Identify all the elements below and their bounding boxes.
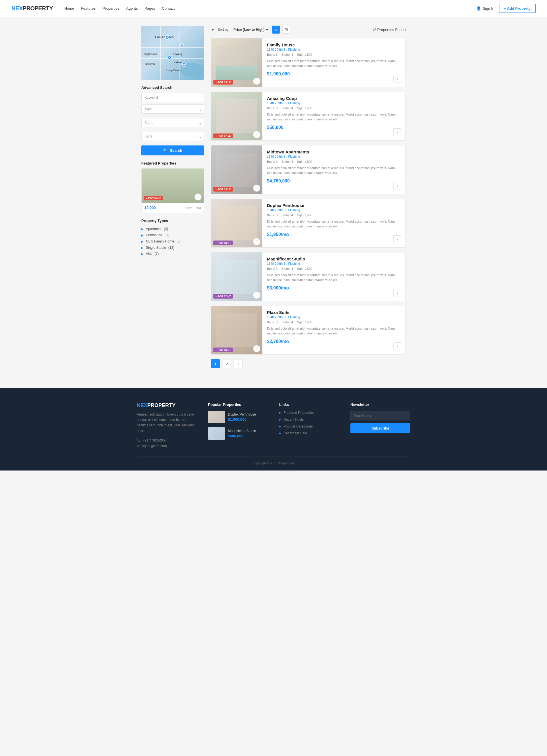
type-singlestudio-label: Single Studio: [146, 246, 166, 250]
map-pin-2[interactable]: [179, 42, 185, 48]
map-label-inglewood: Inglewood: [144, 53, 157, 56]
property-image-1: FOR SALE ♡: [211, 92, 262, 140]
property-beds-0: Beds: 3: [267, 53, 278, 56]
property-name-1: Amazing Coop: [267, 96, 401, 101]
footer-link-2[interactable]: Popular Categories: [279, 424, 339, 428]
grid-view-button[interactable]: ⊞: [282, 26, 290, 34]
property-details-1: Amazing Coop 1348 209th St, Flushing Bed…: [262, 92, 405, 140]
popular-img-0: [208, 411, 225, 423]
type-multifamily[interactable]: ▶ Multi Family Home (3): [141, 238, 204, 245]
property-favorite-0[interactable]: ♡: [253, 78, 260, 85]
nav-agents[interactable]: Agents: [126, 6, 138, 11]
page-2-button[interactable]: 2: [222, 359, 231, 368]
property-image-2: FOR SALE ♡: [211, 145, 262, 194]
property-badge-1: FOR SALE: [213, 133, 233, 138]
featured-sqft: Sqft: 1,500: [186, 206, 201, 209]
sort-select[interactable]: Price (Low to High): [232, 27, 269, 32]
property-baths-0: Baths: 4: [282, 53, 293, 56]
property-types-title: Property Types: [141, 219, 204, 223]
footer-phone-number: (917) 382-2057: [143, 438, 167, 442]
property-desc-5: Duis sed odio sit amet nibh vulputate ca…: [267, 326, 401, 336]
featured-section: Featured Properties FOR SALE ♡ $9,000 Sq…: [141, 161, 204, 213]
property-price-5: $2,700/mo: [267, 339, 401, 344]
property-favorite-2[interactable]: ♡: [253, 185, 260, 192]
page-1-button[interactable]: 1: [211, 359, 220, 368]
property-beds-3: Beds: 3: [267, 213, 278, 217]
property-detail-arrow-2[interactable]: ›: [394, 182, 402, 190]
add-property-button[interactable]: + Add Property: [499, 4, 536, 13]
property-baths-1: Baths: 4: [282, 106, 293, 110]
property-detail-arrow-5[interactable]: ›: [394, 342, 402, 350]
popular-prop-1[interactable]: Magnificent Studio $500,000: [208, 427, 268, 440]
type-apartment[interactable]: ▶ Apartment (4): [141, 226, 204, 232]
type-villa[interactable]: ▶ Villa (7): [141, 251, 204, 257]
popular-prop-info-1: Magnificent Studio $500,000: [228, 429, 256, 438]
footer-links-list: Featured Properties Recent Posts Popular…: [279, 411, 339, 435]
property-badge-4: FOR RENT: [213, 294, 233, 299]
page-next-button[interactable]: ›: [233, 359, 243, 368]
type-select-wrapper: Type: [141, 104, 204, 116]
baths-select[interactable]: Baths: [141, 118, 204, 127]
property-beds-1: Beds: 3: [267, 106, 278, 110]
nav-pages[interactable]: Pages: [144, 6, 155, 11]
nav-contact[interactable]: Contact: [162, 6, 175, 11]
property-image-3: FOR RENT ♡: [211, 199, 262, 247]
subscribe-button[interactable]: Subscribe: [351, 423, 410, 433]
logo-nex: NEX: [11, 5, 23, 11]
footer-phone: 📞 (917) 382-2057: [137, 438, 196, 442]
keyword-input[interactable]: [141, 93, 204, 102]
property-details-3: Duplex Penthouse 1348 209th St, Flushing…: [262, 199, 405, 247]
nav-properties[interactable]: Properties: [103, 6, 119, 11]
property-badge-3: FOR RENT: [213, 241, 233, 245]
sign-in-button[interactable]: 👤 Sign In: [476, 6, 494, 11]
results-count: 12 Properties Found: [372, 28, 406, 32]
property-detail-arrow-4[interactable]: ›: [394, 289, 402, 297]
property-name-3: Duplex Penthouse: [267, 203, 401, 208]
newsletter-title: Newsletter: [351, 402, 410, 407]
footer-link-0[interactable]: Featured Properties: [279, 411, 339, 415]
footer-newsletter: Newsletter Subscribe: [351, 402, 410, 448]
property-meta-2: Beds: 3 Baths: 4 Sqft: 1,500: [267, 160, 401, 163]
popular-title: Popular Properties: [208, 402, 268, 407]
property-price-0: $1,900,000: [267, 71, 401, 77]
property-card-3: FOR RENT ♡ Duplex Penthouse 1348 209th S…: [211, 199, 406, 248]
links-title: Links: [279, 402, 339, 407]
property-price-4: $3,000/mo: [267, 285, 401, 291]
featured-favorite-button[interactable]: ♡: [194, 194, 201, 200]
property-detail-arrow-1[interactable]: ›: [394, 128, 402, 136]
email-icon: ✉: [137, 444, 140, 448]
type-villa-label: Villa: [146, 252, 152, 256]
property-badge-0: FOR SALE: [213, 80, 233, 85]
footer-link-1[interactable]: Recent Posts: [279, 418, 339, 422]
type-penthouse[interactable]: ▶ Penthouse (8): [141, 232, 204, 238]
property-favorite-5[interactable]: ♡: [253, 345, 260, 352]
property-sqft-2: Sqft: 1,500: [297, 160, 312, 163]
footer-logo: NEXPROPERTY: [137, 402, 196, 408]
search-button[interactable]: 🔍 Search: [141, 145, 204, 155]
property-badge-2: FOR SALE: [213, 187, 233, 192]
property-detail-arrow-3[interactable]: ›: [394, 235, 402, 243]
property-favorite-4[interactable]: ♡: [253, 292, 260, 299]
type-select[interactable]: Type: [141, 104, 204, 114]
type-penthouse-label: Penthouse: [146, 233, 162, 237]
property-detail-arrow-0[interactable]: ›: [394, 75, 402, 83]
property-card-1: FOR SALE ♡ Amazing Coop 1348 209th St, F…: [211, 92, 406, 141]
baths-select-wrapper: Baths: [141, 118, 204, 130]
nav-features[interactable]: Features: [81, 6, 95, 11]
list-view-button[interactable]: ≡: [272, 26, 280, 34]
property-favorite-3[interactable]: ♡: [253, 238, 260, 245]
footer-link-3[interactable]: Recent for Sale: [279, 431, 339, 435]
newsletter-input[interactable]: [351, 411, 410, 420]
map-label-torrance: Torrance: [144, 62, 155, 65]
type-singlestudio[interactable]: ▶ Single Studio (12): [141, 245, 204, 251]
nav-home[interactable]: Home: [64, 6, 74, 11]
property-image-5: FOR RENT ♡: [211, 306, 262, 354]
popular-prop-0[interactable]: Duplex Penthouse $1,900,000: [208, 411, 268, 423]
property-image-0: FOR SALE ♡: [211, 38, 262, 87]
map-pin-3[interactable]: [167, 55, 172, 60]
property-favorite-1[interactable]: ♡: [253, 131, 260, 138]
featured-card: FOR SALE ♡ $9,000 Sqft: 1,500: [141, 168, 204, 213]
type-multifamily-label: Multi Family Home: [146, 239, 174, 243]
property-desc-3: Duis sed odio sit amet nibh vulputate ca…: [267, 219, 401, 229]
beds-select[interactable]: Bads: [141, 132, 204, 141]
